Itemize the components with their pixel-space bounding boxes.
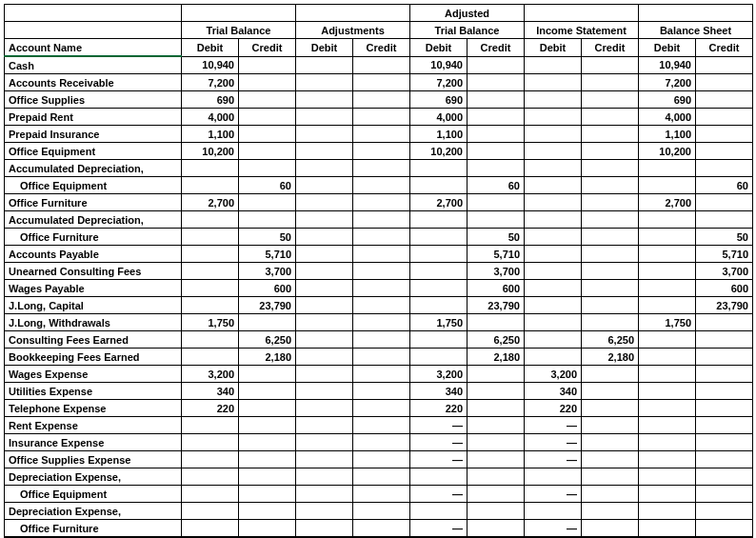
value-cell [182,211,239,229]
value-cell [582,383,639,400]
value-cell [353,417,410,434]
value-cell [525,314,582,331]
value-cell [353,383,410,400]
value-cell [239,451,296,468]
value-cell [525,74,582,91]
value-cell: — [525,486,582,503]
worksheet-table: Adjusted Trial Balance Adjustments Trial… [4,4,753,538]
value-cell: — [525,417,582,434]
value-cell [410,297,468,314]
value-cell [696,314,753,331]
value-cell: 7,200 [639,74,696,91]
value-cell [353,143,410,160]
table-body: Cash10,94010,94010,940Accounts Receivabl… [5,56,753,537]
table-row: Accounts Payable5,7105,7105,710 [5,246,753,263]
account-name-cell: Depreciation Expense, [5,503,182,520]
value-cell [582,451,639,468]
value-cell: 5,710 [468,246,525,263]
account-name-cell: Accumulated Depreciation, [5,160,182,177]
value-cell [468,314,525,331]
table-row: Wages Payable600600600 [5,280,753,297]
value-cell [410,468,468,486]
value-cell [353,211,410,229]
account-name-cell: Depreciation Expense, [5,468,182,486]
table-row: Office Supplies Expense—— [5,451,753,468]
account-name-cell: J.Long, Capital [5,297,182,314]
value-cell [639,263,696,280]
value-cell [353,126,410,143]
value-cell [182,297,239,314]
value-cell [639,383,696,400]
value-cell: 3,700 [239,263,296,280]
value-cell [239,314,296,331]
value-cell [639,177,696,194]
value-cell [353,297,410,314]
value-cell [696,503,753,520]
value-cell [696,56,753,74]
table-row: J.Long, Capital23,79023,79023,790 [5,297,753,314]
value-cell [353,520,410,538]
value-cell: 3,700 [696,263,753,280]
account-name-cell: Office Supplies [5,91,182,109]
table-row: Unearned Consulting Fees3,7003,7003,700 [5,263,753,280]
table-row: Office Equipment10,20010,20010,200 [5,143,753,160]
value-cell [468,56,525,74]
value-cell [525,349,582,366]
value-cell [182,349,239,366]
value-cell: 60 [239,177,296,194]
value-cell: — [410,417,468,434]
value-cell [696,349,753,366]
value-cell [239,160,296,177]
value-cell [296,194,353,211]
value-cell: 2,180 [239,349,296,366]
value-cell [410,280,468,297]
value-cell [296,434,353,451]
value-cell [182,331,239,349]
value-cell [182,486,239,503]
value-cell [353,263,410,280]
value-cell [182,451,239,468]
value-cell [582,177,639,194]
account-name-cell: Unearned Consulting Fees [5,263,182,280]
value-cell [582,520,639,538]
value-cell [353,314,410,331]
value-cell [525,297,582,314]
value-cell [296,451,353,468]
value-cell: 50 [696,229,753,246]
value-cell [696,468,753,486]
value-cell: 7,200 [182,74,239,91]
value-cell [239,56,296,74]
value-cell [639,417,696,434]
account-name-cell: Office Supplies Expense [5,451,182,468]
value-cell [696,194,753,211]
value-cell [353,56,410,74]
value-cell [410,229,468,246]
value-cell: 1,750 [182,314,239,331]
value-cell [410,211,468,229]
value-cell [582,56,639,74]
value-cell [468,451,525,468]
value-cell: 1,750 [410,314,468,331]
value-cell [182,246,239,263]
value-cell: 4,000 [410,109,468,126]
value-cell [582,211,639,229]
value-cell [639,366,696,383]
value-cell [410,263,468,280]
header-row-3: Account Name DebitCredit DebitCredit Deb… [5,39,753,57]
value-cell [239,520,296,538]
value-cell [639,520,696,538]
value-cell: — [410,520,468,538]
value-cell [468,160,525,177]
value-cell: 1,100 [182,126,239,143]
value-cell [582,160,639,177]
value-cell [639,451,696,468]
value-cell: 10,940 [182,56,239,74]
value-cell [239,366,296,383]
value-cell: 340 [410,383,468,400]
value-cell: 2,180 [582,349,639,366]
value-cell [582,246,639,263]
value-cell [468,126,525,143]
hdr-balance-sheet: Balance Sheet [639,22,753,39]
header-row-1: Adjusted [5,5,753,22]
value-cell [296,314,353,331]
